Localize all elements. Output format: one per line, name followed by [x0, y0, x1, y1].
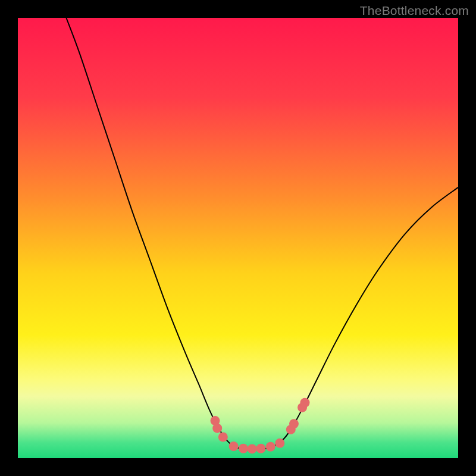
marker-dot [256, 444, 265, 453]
marker-dot [229, 441, 239, 451]
bottleneck-chart [18, 18, 458, 458]
marker-dot [300, 398, 309, 408]
marker-dot [212, 424, 222, 433]
marker-dot [289, 419, 299, 428]
chart-frame: TheBottleneck.com [0, 0, 476, 476]
marker-dot [239, 444, 248, 453]
marker-dot [248, 444, 257, 453]
watermark-text: TheBottleneck.com [360, 4, 469, 18]
plot-area [18, 18, 458, 458]
gradient-background [18, 18, 458, 458]
marker-dot [266, 442, 275, 452]
marker-dot [275, 439, 284, 448]
marker-dot [218, 432, 228, 441]
